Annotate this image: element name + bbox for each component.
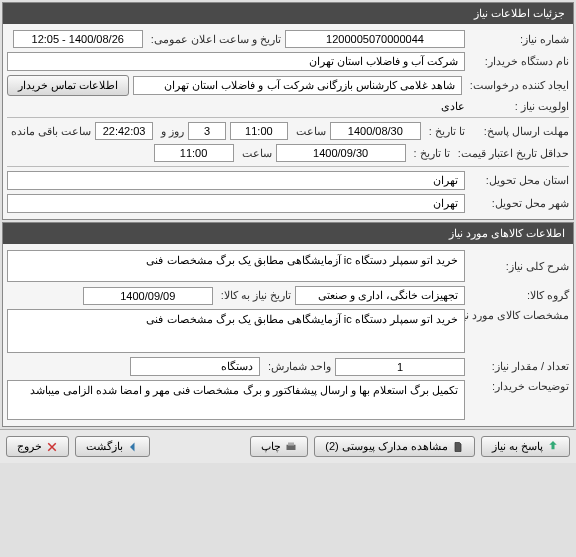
spec-label: مشخصات کالای مورد نیاز: [469, 309, 569, 322]
buyer-org-value: شرکت آب و فاضلاب استان تهران [7, 52, 465, 71]
need-no-value: 1200005070000044 [285, 30, 465, 48]
reply-button[interactable]: پاسخ به نیاز [481, 436, 570, 457]
need-no-label: شماره نیاز: [469, 33, 569, 46]
requester-value: شاهد غلامی کارشناس بازرگانی شرکت آب و فا… [133, 76, 462, 95]
delivery-province-label: استان محل تحویل: [469, 174, 569, 187]
group-label: گروه کالا: [469, 289, 569, 302]
back-icon [127, 441, 139, 453]
group-value: تجهیزات خانگی، اداری و صنعتی [295, 286, 465, 305]
divider [7, 117, 569, 118]
buyer-contact-button[interactable]: اطلاعات تماس خریدار [7, 75, 129, 96]
unit-label: واحد شمارش: [264, 360, 331, 373]
days-value: 3 [188, 122, 226, 140]
details-panel: جزئیات اطلاعات نیاز شماره نیاز: 12000050… [2, 2, 574, 220]
requester-label: ایجاد کننده درخواست: [466, 79, 569, 92]
price-hour-value: 11:00 [154, 144, 234, 162]
announce-date-label: تاریخ و ساعت اعلان عمومی: [147, 33, 281, 46]
divider [7, 166, 569, 167]
desc-label: شرح کلی نیاز: [469, 260, 569, 273]
footer-toolbar: پاسخ به نیاز مشاهده مدارک پیوستی (2) چاپ… [0, 429, 576, 463]
reply-to-date-value: 1400/08/30 [330, 122, 421, 140]
desc-value: خرید اتو سمپلر دستگاه ic آزمایشگاهی مطاب… [7, 250, 465, 282]
need-date-label: تاریخ نیاز به کالا: [217, 289, 291, 302]
print-button-label: چاپ [261, 440, 281, 453]
qty-value: 1 [335, 358, 465, 376]
buyer-notes-value: تکمیل برگ استعلام بها و ارسال پیشفاکتور … [7, 380, 465, 420]
to-date-label-1: تا تاریخ : [425, 125, 465, 138]
price-to-date-value: 1400/09/30 [276, 144, 406, 162]
remaining-label: ساعت باقی مانده [7, 125, 91, 138]
delivery-city-value: تهران [7, 194, 465, 213]
print-icon [285, 441, 297, 453]
details-panel-body: شماره نیاز: 1200005070000044 تاریخ و ساع… [3, 24, 573, 219]
reply-icon [547, 441, 559, 453]
spec-value: خرید اتو سمپلر دستگاه ic آزمایشگاهی مطاب… [7, 309, 465, 353]
need-date-value: 1400/09/09 [83, 287, 213, 305]
details-panel-header: جزئیات اطلاعات نیاز [3, 3, 573, 24]
svg-rect-0 [287, 444, 296, 449]
items-panel: اطلاعات کالاهای مورد نیاز شرح کلی نیاز: … [2, 222, 574, 427]
to-date-label-2: تا تاریخ : [410, 147, 450, 160]
buyer-notes-label: توضیحات خریدار: [469, 380, 569, 393]
attachments-button-label: مشاهده مدارک پیوستی (2) [325, 440, 448, 453]
exit-button-label: خروج [17, 440, 42, 453]
countdown-value: 22:42:03 [95, 122, 153, 140]
delivery-city-label: شهر محل تحویل: [469, 197, 569, 210]
reply-button-label: پاسخ به نیاز [492, 440, 543, 453]
attachment-icon [452, 441, 464, 453]
back-button[interactable]: بازگشت [75, 436, 150, 457]
delivery-province-value: تهران [7, 171, 465, 190]
hour-label-1: ساعت [292, 125, 326, 138]
exit-icon [46, 441, 58, 453]
reply-deadline-label: مهلت ارسال پاسخ: [469, 125, 569, 138]
attachments-button[interactable]: مشاهده مدارک پیوستی (2) [314, 436, 475, 457]
items-panel-body: شرح کلی نیاز: خرید اتو سمپلر دستگاه ic آ… [3, 244, 573, 426]
hour-label-2: ساعت [238, 147, 272, 160]
reply-hour-value: 11:00 [230, 122, 288, 140]
print-button[interactable]: چاپ [250, 436, 308, 457]
days-and-label: روز و [157, 125, 184, 138]
announce-date-value: 1400/08/26 - 12:05 [13, 30, 143, 48]
qty-label: تعداد / مقدار نیاز: [469, 360, 569, 373]
unit-value: دستگاه [130, 357, 260, 376]
price-valid-label: حداقل تاریخ اعتبار قیمت: [454, 147, 569, 160]
priority-label: اولویت نیاز : [469, 100, 569, 113]
svg-rect-1 [288, 442, 294, 445]
exit-button[interactable]: خروج [6, 436, 69, 457]
items-panel-header: اطلاعات کالاهای مورد نیاز [3, 223, 573, 244]
buyer-org-label: نام دستگاه خریدار: [469, 55, 569, 68]
back-button-label: بازگشت [86, 440, 123, 453]
priority-value: عادی [441, 100, 465, 113]
